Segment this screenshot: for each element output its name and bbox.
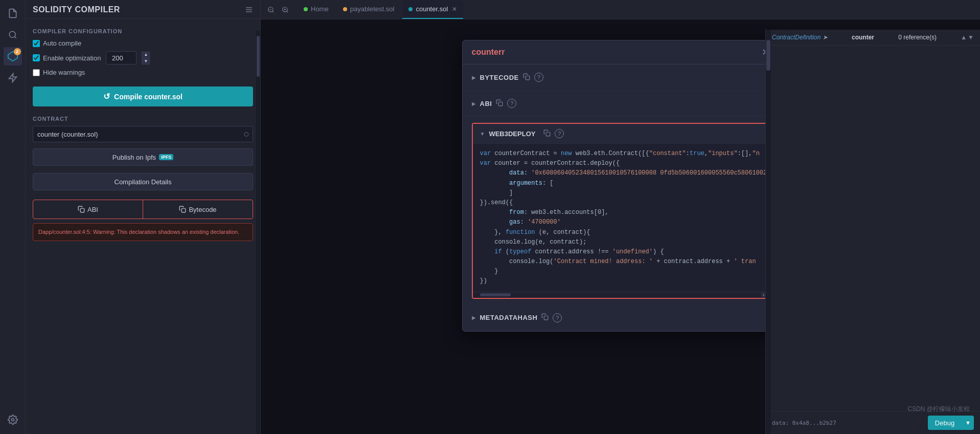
right-info-bar: ContractDefinition ➤ counter 0 reference… bbox=[766, 30, 980, 46]
web3deploy-help-icon[interactable]: ? bbox=[555, 129, 564, 138]
contract-select[interactable]: counter (counter.sol) bbox=[33, 126, 253, 142]
compilation-details-button[interactable]: Compilation Details bbox=[33, 173, 253, 190]
warning-box: Dapp/counter.sol:4:5: Warning: This decl… bbox=[33, 223, 253, 241]
abi-arrow-icon bbox=[472, 101, 476, 106]
panel-scrollbar[interactable] bbox=[256, 31, 260, 434]
metadatahash-section-header[interactable]: METADATAHASH ? bbox=[472, 311, 769, 324]
abi-bytecode-row: ABI Bytecode bbox=[33, 200, 253, 219]
debug-btn-group: Debug ▼ bbox=[928, 416, 974, 430]
files-icon-item[interactable] bbox=[4, 4, 22, 23]
spinner-buttons: ▲ ▼ bbox=[142, 52, 150, 64]
metadatahash-copy-icon[interactable] bbox=[541, 313, 549, 322]
publish-ipfs-button[interactable]: Publish on Ipfs IPFS bbox=[33, 148, 253, 166]
modal-title-text: counter bbox=[472, 48, 502, 56]
metadatahash-help-icon[interactable]: ? bbox=[553, 313, 562, 322]
code-horizontal-scrollbar[interactable]: › bbox=[473, 292, 768, 298]
hide-warnings-checkbox[interactable] bbox=[33, 69, 40, 76]
publish-btn-wrap: Publish on Ipfs IPFS bbox=[26, 146, 260, 171]
svg-point-4 bbox=[11, 419, 14, 421]
hide-warnings-checkbox-wrap[interactable]: Hide warnings bbox=[33, 69, 85, 76]
bytecode-section-header[interactable]: BYTECODE ? bbox=[472, 71, 769, 84]
tab-payabletest-label: payabletest.sol bbox=[350, 5, 395, 13]
tab-payabletest[interactable]: payabletest.sol bbox=[337, 1, 401, 19]
tab-dot-payabletest bbox=[343, 7, 347, 11]
spinner-up-button[interactable]: ▲ bbox=[142, 52, 150, 58]
panel-title: SOLIDITY COMPILER bbox=[33, 5, 120, 14]
metadatahash-label: METADATAHASH bbox=[480, 314, 538, 321]
spinner-down-button[interactable]: ▼ bbox=[142, 58, 150, 64]
svg-rect-17 bbox=[526, 76, 530, 80]
chevron-buttons: ▲ ▼ bbox=[961, 34, 974, 41]
deploy-icon-item[interactable] bbox=[4, 69, 22, 87]
svg-rect-19 bbox=[546, 132, 551, 136]
bytecode-label: Bytecode bbox=[189, 206, 216, 213]
zoom-in-icon[interactable] bbox=[279, 4, 291, 16]
debug-label: Debug bbox=[935, 419, 954, 427]
compilation-modal: counterr ✕ BYTECODE bbox=[462, 40, 779, 332]
svg-point-0 bbox=[9, 31, 15, 37]
tab-counter[interactable]: counter.sol ✕ bbox=[402, 1, 463, 19]
chevron-up-button[interactable]: ▲ bbox=[961, 34, 967, 41]
optimization-value-input[interactable] bbox=[106, 51, 136, 64]
svg-marker-3 bbox=[9, 74, 16, 82]
svg-line-1 bbox=[14, 36, 16, 38]
left-panel-header: SOLIDITY COMPILER bbox=[26, 0, 260, 19]
contract-select-wrap: counter (counter.sol) ⬡ bbox=[33, 126, 253, 142]
web3deploy-label: WEB3DEPLOY bbox=[489, 130, 535, 138]
auto-compile-checkbox[interactable] bbox=[33, 40, 40, 47]
bytecode-help-icon[interactable]: ? bbox=[534, 73, 543, 82]
debug-row: data: 0x4a8...b2b27 Debug ▼ bbox=[766, 411, 980, 434]
enable-opt-checkbox-wrap[interactable]: Enable optimization bbox=[33, 54, 101, 62]
tab-home-label: Home bbox=[311, 5, 329, 13]
panel-scrollbar-thumb bbox=[257, 36, 260, 77]
warning-text: Dapp/counter.sol:4:5: Warning: This decl… bbox=[38, 229, 239, 235]
tab-bar: Home payabletest.sol counter.sol ✕ bbox=[261, 0, 980, 19]
web3deploy-arrow-icon bbox=[480, 131, 485, 137]
editor-area: counterr ✕ BYTECODE bbox=[261, 19, 980, 434]
web3deploy-copy-icon[interactable] bbox=[543, 129, 551, 138]
modal-vertical-scrollbar[interactable] bbox=[766, 30, 771, 434]
compile-button[interactable]: ↺ Compile counter.sol bbox=[33, 86, 253, 106]
auto-compile-checkbox-wrap[interactable]: Auto compile bbox=[33, 39, 81, 47]
enable-opt-checkbox[interactable] bbox=[33, 54, 40, 61]
left-panel: SOLIDITY COMPILER COMPILER CONFIGURATION… bbox=[26, 0, 261, 434]
zoom-out-icon[interactable] bbox=[265, 4, 277, 16]
svg-rect-18 bbox=[499, 102, 503, 106]
bytecode-button[interactable]: Bytecode bbox=[143, 200, 253, 219]
search-icon-item[interactable] bbox=[4, 26, 22, 44]
bytecode-label: BYTECODE bbox=[480, 74, 519, 81]
publish-label: Publish on Ipfs bbox=[112, 154, 156, 161]
bytecode-copy-icon[interactable] bbox=[523, 73, 530, 82]
abi-section-header[interactable]: ABI ? bbox=[472, 97, 769, 110]
hide-warnings-item: Hide warnings bbox=[26, 67, 260, 78]
auto-compile-label: Auto compile bbox=[43, 39, 81, 47]
tab-home[interactable]: Home bbox=[298, 1, 335, 19]
abi-copy-icon[interactable] bbox=[496, 99, 503, 108]
metadatahash-arrow-icon bbox=[472, 315, 476, 320]
svg-rect-8 bbox=[80, 208, 84, 212]
compiler-badge: 2 bbox=[14, 48, 21, 55]
chevron-down-button[interactable]: ▼ bbox=[968, 34, 974, 41]
ref-count-text: 0 reference(s) bbox=[898, 34, 937, 41]
tab-dot-counter bbox=[408, 7, 413, 11]
abi-label: ABI bbox=[87, 206, 98, 213]
web3deploy-header[interactable]: WEB3DEPLOY ? bbox=[473, 124, 768, 143]
abi-section: ABI ? bbox=[463, 91, 779, 117]
abi-help-icon[interactable]: ? bbox=[507, 99, 516, 108]
main-area: Home payabletest.sol counter.sol ✕ co bbox=[261, 0, 980, 434]
svg-line-14 bbox=[287, 11, 288, 12]
abi-button[interactable]: ABI bbox=[33, 200, 143, 219]
compiler-icon-item[interactable]: 2 bbox=[4, 47, 22, 66]
contract-section: CONTRACT counter (counter.sol) ⬡ bbox=[26, 112, 260, 146]
settings-icon-item[interactable] bbox=[4, 410, 22, 429]
tab-counter-close-icon[interactable]: ✕ bbox=[452, 6, 457, 13]
compile-button-label: Compile counter.sol bbox=[114, 93, 183, 101]
contract-def-label: ContractDefinition bbox=[772, 34, 821, 41]
debug-dropdown-button[interactable]: ▼ bbox=[962, 416, 974, 430]
debug-button[interactable]: Debug bbox=[928, 416, 962, 430]
data-value-text: data: 0x4a8...b2b27 bbox=[772, 420, 836, 426]
tab-bar-icons bbox=[265, 4, 291, 16]
compiler-config-label: COMPILER CONFIGURATION bbox=[26, 23, 260, 37]
contract-def-text: ContractDefinition ➤ bbox=[772, 34, 828, 41]
enable-opt-label: Enable optimization bbox=[43, 54, 101, 62]
